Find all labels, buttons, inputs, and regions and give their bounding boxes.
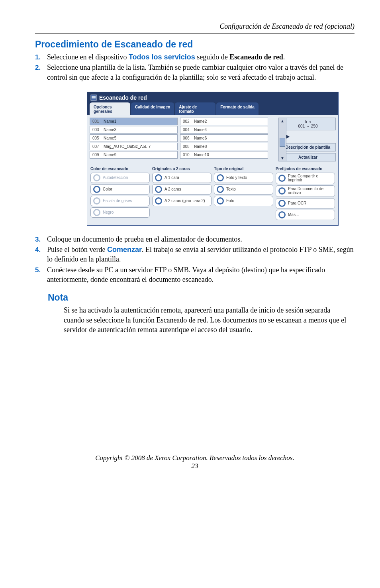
option-photo[interactable]: Foto xyxy=(214,196,273,206)
option-label: Color xyxy=(103,187,112,192)
scroll-thumb[interactable] xyxy=(280,138,285,147)
step-body: Conéctese desde su PC a un servidor FTP … xyxy=(47,265,355,285)
step-number: 3. xyxy=(35,236,47,244)
option-label: A 2 caras (girar cara 2) xyxy=(165,199,205,203)
template-id: 003 xyxy=(92,128,101,132)
template-item[interactable]: 008Name8 xyxy=(180,143,268,150)
template-item[interactable]: 004Name4 xyxy=(180,126,268,134)
tab-general[interactable]: Opciones generales xyxy=(90,102,130,115)
step-text: Pulse el botón verde xyxy=(47,246,107,254)
tab-output-format[interactable]: Formato de salida xyxy=(216,102,259,115)
step-body: Pulse el botón verde Comenzar. El trabaj… xyxy=(47,245,355,264)
template-name: Name3 xyxy=(104,128,116,132)
step-text: Seleccione en el dispositivo xyxy=(47,53,129,61)
section-heading: Procedimiento de Escaneado de red xyxy=(35,39,355,50)
radio-icon xyxy=(278,187,286,195)
option-col-scan-color: Color de escaneado Autodetección Color E… xyxy=(90,167,150,221)
template-name: Name2 xyxy=(194,119,207,124)
option-black[interactable]: Negro xyxy=(90,207,150,218)
step-body: Seleccione en el dispositivo Todos los s… xyxy=(47,52,285,62)
tab-format-adjust[interactable]: Ajuste de formato xyxy=(175,102,215,115)
option-label: Para Compartir e imprimir xyxy=(288,174,332,183)
template-name: Name6 xyxy=(194,136,207,140)
inline-action-highlight: Todos los servicios xyxy=(129,53,195,61)
template-item[interactable]: 009Name9 xyxy=(90,151,178,159)
option-autodetect[interactable]: Autodetección xyxy=(90,173,150,183)
copyright-footer: Copyright © 2008 de Xerox Corporation. R… xyxy=(35,454,355,462)
figure-title: Escaneado de red xyxy=(99,94,147,101)
radio-icon xyxy=(93,174,100,181)
option-label: Para Documento de archivo xyxy=(288,187,332,195)
option-label: Foto xyxy=(226,199,234,203)
note-body: Si se ha activado la autenticación remot… xyxy=(64,305,351,334)
option-more[interactable]: Más... xyxy=(276,210,335,220)
inline-bold: Escaneado de red xyxy=(229,53,283,61)
template-name: Name10 xyxy=(194,153,209,157)
inline-action-highlight: Comenzar xyxy=(107,246,142,254)
template-id: 010 xyxy=(183,153,192,157)
step-text: seguido de xyxy=(195,53,229,61)
tab-image-quality[interactable]: Calidad de imagen xyxy=(131,102,174,115)
template-item[interactable]: 005Name5 xyxy=(90,134,178,142)
steps-list-bottom: 3. Coloque un documento de prueba en el … xyxy=(35,234,355,284)
option-ocr[interactable]: Para OCR xyxy=(276,198,335,208)
radio-icon xyxy=(278,200,286,207)
radio-icon xyxy=(278,211,286,218)
template-item[interactable]: 001Name1 xyxy=(90,118,178,125)
figure-titlebar: Escaneado de red xyxy=(87,92,338,102)
option-text[interactable]: Texto xyxy=(214,184,273,195)
goto-pane[interactable]: Ir a 001 → 250 xyxy=(280,118,336,130)
option-photo-text[interactable]: Foto y texto xyxy=(214,173,273,183)
option-label: Foto y texto xyxy=(226,176,247,180)
scroll-down-icon[interactable]: ▼ xyxy=(280,155,284,161)
scroll-up-icon[interactable]: ▲ xyxy=(280,118,284,124)
update-button[interactable]: Actualizar xyxy=(280,153,336,161)
template-list: 001Name1 002Name2 003Name3 004Name4 005N… xyxy=(90,118,268,159)
template-id: 004 xyxy=(183,128,192,132)
option-archive-doc[interactable]: Para Documento de archivo xyxy=(276,185,335,197)
option-1sided[interactable]: A 1 cara xyxy=(152,173,212,183)
template-id: 009 xyxy=(92,153,101,157)
radio-icon xyxy=(217,197,224,205)
option-2sided-rotate[interactable]: A 2 caras (girar cara 2) xyxy=(152,196,212,206)
step-number: 5. xyxy=(35,266,47,274)
template-scrollbar[interactable]: ▲ ▼ xyxy=(278,118,286,161)
template-item[interactable]: 002Name2 xyxy=(180,118,268,125)
option-label: Autodetección xyxy=(103,176,128,180)
scan-icon xyxy=(90,94,97,101)
option-share-print[interactable]: Para Compartir e imprimir xyxy=(276,173,335,184)
radio-icon xyxy=(278,175,286,182)
step-body: Coloque un documento de prueba en el ali… xyxy=(47,234,242,244)
play-button[interactable] xyxy=(280,132,336,142)
template-name: Name8 xyxy=(194,144,207,149)
screenshot-figure: Escaneado de red Opciones generales Cali… xyxy=(87,92,339,226)
template-name: Mag_AUTO_OutSz_A5L-7 xyxy=(104,144,151,149)
template-item[interactable]: 010Name10 xyxy=(180,151,268,159)
option-label: A 2 caras xyxy=(165,187,181,192)
template-item[interactable]: 003Name3 xyxy=(90,126,178,134)
option-color[interactable]: Color xyxy=(90,184,150,195)
radio-icon xyxy=(155,174,162,181)
option-grayscale[interactable]: Escala de grises xyxy=(90,196,150,206)
goto-label: Ir a xyxy=(283,120,333,124)
figure-tabs: Opciones generales Calidad de imagen Aju… xyxy=(87,102,338,115)
goto-range: 001 → 250 xyxy=(283,124,333,128)
step-text: . xyxy=(283,53,285,61)
option-2sided[interactable]: A 2 caras xyxy=(152,184,212,195)
header-rule xyxy=(35,33,355,33)
steps-list-top: 1. Seleccione en el dispositivo Todos lo… xyxy=(35,52,355,82)
template-id: 005 xyxy=(92,136,101,140)
radio-icon xyxy=(155,186,162,193)
note-heading: Nota xyxy=(48,292,355,303)
option-col-title: Prefijados de escaneado xyxy=(276,167,335,171)
template-item[interactable]: 007Mag_AUTO_OutSz_A5L-7 xyxy=(90,143,178,150)
template-id: 001 xyxy=(92,119,101,124)
template-id: 007 xyxy=(92,144,101,149)
step-number: 4. xyxy=(35,246,47,254)
template-id: 008 xyxy=(183,144,192,149)
radio-icon xyxy=(93,209,100,216)
option-label: Más... xyxy=(288,213,299,217)
template-description-button[interactable]: Descripción de plantilla xyxy=(280,143,336,151)
step-body: Seleccione una plantilla de la lista. Ta… xyxy=(47,63,355,82)
template-item[interactable]: 006Name6 xyxy=(180,134,268,142)
